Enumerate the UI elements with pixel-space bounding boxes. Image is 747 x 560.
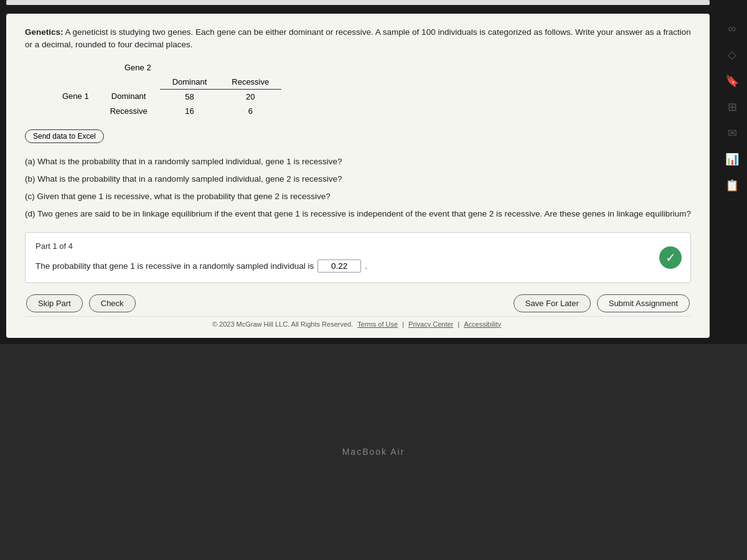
question-a: (a) What is the probability that in a ra… (25, 154, 691, 169)
cell-recessive-dominant: 16 (160, 104, 220, 118)
answer-text-before: The probability that gene 1 is recessive… (35, 261, 314, 271)
problem-bold: Genetics: (25, 27, 63, 37)
keyboard-area: MacBook Air (0, 344, 747, 560)
send-data-button[interactable]: Send data to Excel (25, 129, 104, 143)
question-c: (c) Given that gene 1 is recessive, what… (25, 189, 691, 204)
col-header-dominant: Dominant (160, 75, 220, 90)
sidebar-icons: ∞ ◇ 🔖 ⊞ ✉ 📊 📋 (723, 14, 741, 194)
terms-link[interactable]: Terms of Use (357, 320, 398, 328)
gene2-label: Gene 2 (125, 63, 151, 72)
action-bar: Skip Part Check Save For Later Submit As… (25, 294, 691, 312)
answer-input[interactable] (317, 259, 361, 273)
copyright-text: © 2023 McGraw Hill LLC. All Rights Reser… (212, 320, 353, 328)
doc-icon[interactable]: 📋 (723, 177, 741, 194)
macbook-label: MacBook Air (342, 447, 405, 457)
check-button[interactable]: Check (89, 294, 136, 312)
diamond-icon[interactable]: ◇ (723, 46, 741, 63)
row-label-recessive: Recessive (98, 104, 160, 118)
gene1-label: Gene 1 (62, 91, 89, 101)
table-row: Recessive 16 6 (98, 104, 282, 118)
genetics-table-section: Gene 2 Gene 1 Dominant Recessive Dominan… (62, 63, 691, 118)
privacy-link[interactable]: Privacy Center (408, 320, 453, 328)
cell-dominant-dominant: 58 (160, 89, 220, 104)
chart-icon[interactable]: 📊 (723, 151, 741, 168)
left-actions: Skip Part Check (26, 294, 136, 312)
answer-row: The probability that gene 1 is recessive… (35, 259, 680, 273)
questions-section: (a) What is the probability that in a ra… (25, 154, 691, 222)
footer-bar: © 2023 McGraw Hill LLC. All Rights Reser… (25, 316, 691, 328)
problem-header: Genetics: A geneticist is studying two g… (25, 26, 691, 52)
infinity-icon[interactable]: ∞ (723, 20, 741, 37)
col-header-recessive: Recessive (219, 75, 281, 90)
save-for-later-button[interactable]: Save For Later (514, 294, 591, 312)
cell-recessive-recessive: 6 (219, 104, 281, 118)
cell-dominant-recessive: 20 (219, 89, 281, 104)
row-label-dominant: Dominant (98, 89, 160, 104)
right-actions: Save For Later Submit Assignment (514, 294, 690, 312)
check-circle-icon: ✓ (659, 246, 682, 269)
problem-text: A geneticist is studying two genes. Each… (25, 27, 691, 49)
skip-part-button[interactable]: Skip Part (26, 294, 83, 312)
part-box: Part 1 of 4 The probability that gene 1 … (25, 232, 691, 283)
part-label: Part 1 of 4 (35, 241, 680, 251)
genetics-data-table: Dominant Recessive Dominant 58 20 Recess… (98, 75, 282, 118)
bookmark-icon[interactable]: 🔖 (723, 72, 741, 90)
question-d: (d) Two genes are said to be in linkage … (25, 207, 691, 222)
table-row: Dominant 58 20 (98, 89, 282, 104)
answer-text-after: . (365, 261, 367, 271)
submit-assignment-button[interactable]: Submit Assignment (597, 294, 690, 312)
grid-icon[interactable]: ⊞ (723, 98, 741, 116)
mail-icon[interactable]: ✉ (723, 124, 741, 142)
question-b: (b) What is the probability that in a ra… (25, 172, 691, 187)
accessibility-link[interactable]: Accessibility (464, 320, 501, 328)
